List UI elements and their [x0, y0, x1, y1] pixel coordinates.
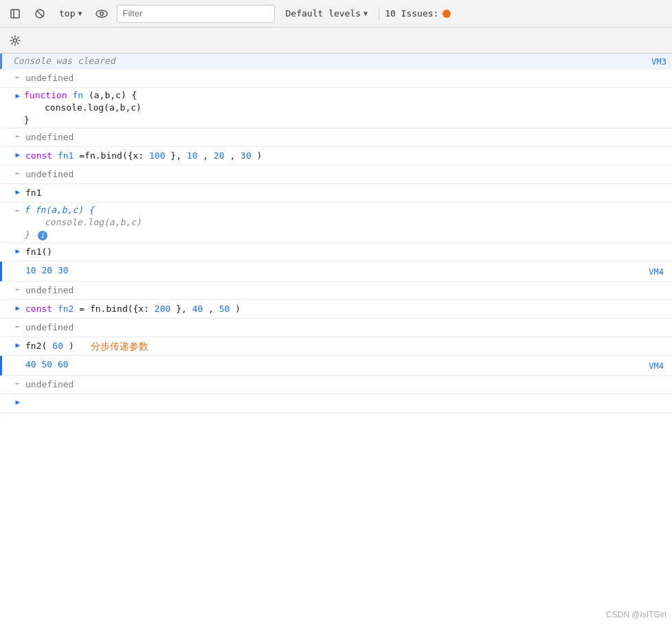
output-row-5: ← undefined: [0, 319, 672, 337]
default-levels-arrow: ▼: [363, 10, 368, 17]
output-row-fn1-result: ← f fn(a,b,c) { console.log(a,b,c) } i: [0, 203, 672, 243]
fn1-eval-code: fn1: [24, 185, 667, 201]
settings-button[interactable]: [5, 31, 25, 50]
cleared-row-content: Console was cleared VM3: [13, 56, 667, 67]
output-content-5: undefined: [24, 320, 667, 335]
issues-count[interactable]: 10 Issues:: [385, 8, 451, 19]
input-row-fn2-bind: ▶ const fn2 = fn.bind({x: 200 }, 40 , 50…: [0, 300, 672, 319]
default-levels-label: Default levels: [286, 8, 361, 19]
input-row-fn1-call: ▶ fn1(): [0, 243, 672, 262]
toolbar-divider: [379, 7, 379, 21]
collapse-sidebar-button[interactable]: [5, 4, 25, 23]
arrow-left-fn1: ←: [2, 204, 24, 215]
arrow-right-fn2-call: ▶: [2, 339, 24, 350]
cleared-message: Console was cleared: [13, 56, 646, 66]
prompt-row: ▶: [0, 394, 672, 413]
svg-point-5: [100, 12, 103, 15]
fn1-call-code: fn1(): [24, 245, 667, 260]
prompt-content[interactable]: [24, 396, 667, 398]
console-area: Console was cleared VM3 ← undefined ▶ fu…: [0, 54, 672, 625]
svg-point-4: [96, 10, 107, 17]
arrow-left-2: ←: [2, 130, 24, 141]
fn1-result-code: f fn(a,b,c) { console.log(a,b,c) } i: [24, 204, 667, 241]
input-row-fn1-bind: ▶ const fn1 =fn.bind({x: 100 }, 10 , 20 …: [0, 147, 672, 166]
arrow-left-4: ←: [2, 283, 24, 294]
eye-button[interactable]: [92, 4, 111, 23]
output-10-20-30-content: 10 20 30 VM4: [24, 263, 667, 280]
issues-dot: [443, 10, 451, 18]
output-content-2: undefined: [24, 130, 667, 145]
input-row-fn2-call: ▶ fn2(60) 分步传递参数: [0, 337, 672, 356]
output-content-1: undefined: [24, 71, 667, 86]
clear-console-button[interactable]: [30, 4, 49, 23]
output-row-10-20-30: 10 20 30 VM4: [0, 262, 672, 282]
output-row-2: ← undefined: [0, 128, 672, 147]
context-dropdown-arrow: ▼: [78, 10, 82, 17]
secondary-toolbar: [0, 27, 672, 54]
vm-ref-cleared: VM3: [651, 56, 667, 67]
filter-input[interactable]: [117, 5, 275, 23]
output-row-3: ← undefined: [0, 166, 672, 184]
val-10: 10 20 30: [25, 265, 69, 275]
fn1-bind-code: const fn1 =fn.bind({x: 100 }, 10 , 20 , …: [24, 148, 667, 163]
vm-ref-2: VM4: [649, 359, 664, 372]
prompt-arrow: ▶: [2, 396, 24, 407]
fn2-call-code: fn2(60) 分步传递参数: [24, 339, 667, 354]
fn2-bind-code: const fn2 = fn.bind({x: 200 }, 40 , 50 ): [24, 302, 667, 317]
context-dropdown[interactable]: top ▼: [55, 7, 87, 20]
gutter-empty-2: [2, 357, 24, 359]
svg-point-6: [14, 38, 17, 42]
svg-rect-0: [11, 10, 19, 18]
gutter-empty-1: [2, 263, 24, 265]
context-label: top: [59, 8, 75, 19]
output-content-3: undefined: [24, 167, 667, 182]
output-row-1: ← undefined: [0, 69, 672, 88]
issues-label: 10 Issues:: [385, 8, 438, 19]
arrow-right-fn: ▶: [2, 89, 24, 100]
output-row-6: ← undefined: [0, 376, 672, 394]
output-row-40-50-60: 40 50 60 VM4: [0, 356, 672, 376]
val-40-50-60: 40 50 60: [25, 359, 69, 370]
input-row-fn1: ▶ fn1: [0, 184, 672, 203]
output-40-50-60-content: 40 50 60 VM4: [24, 357, 667, 374]
vm-ref-1: VM4: [649, 264, 664, 278]
input-row-fn: ▶ function fn (a,b,c) { console.log(a,b,…: [0, 88, 672, 128]
watermark: CSDN @IsITGirl: [606, 610, 667, 620]
main-toolbar: top ▼ Default levels ▼ 10 Issues:: [0, 0, 672, 27]
console-cleared-row: Console was cleared VM3: [0, 54, 672, 69]
default-levels-dropdown[interactable]: Default levels ▼: [280, 7, 374, 20]
arrow-left-3: ←: [2, 167, 24, 178]
arrow-left-1: ←: [2, 71, 24, 82]
output-row-4: ← undefined: [0, 282, 672, 300]
info-badge: i: [38, 231, 47, 240]
arrow-left-6: ←: [2, 377, 24, 388]
arrow-right-fn1: ▶: [2, 148, 24, 159]
svg-line-3: [37, 11, 43, 16]
arrow-right-fn1-eval: ▶: [2, 185, 24, 196]
arrow-right-fn1-call: ▶: [2, 245, 24, 255]
arrow-left-5: ←: [2, 320, 24, 331]
arrow-right-fn2: ▶: [2, 302, 24, 312]
fn-code: function fn (a,b,c) { console.log(a,b,c)…: [24, 89, 667, 126]
zh-annotation: 分步传递参数: [91, 340, 148, 352]
output-content-6: undefined: [24, 377, 667, 392]
output-content-4: undefined: [24, 283, 667, 298]
